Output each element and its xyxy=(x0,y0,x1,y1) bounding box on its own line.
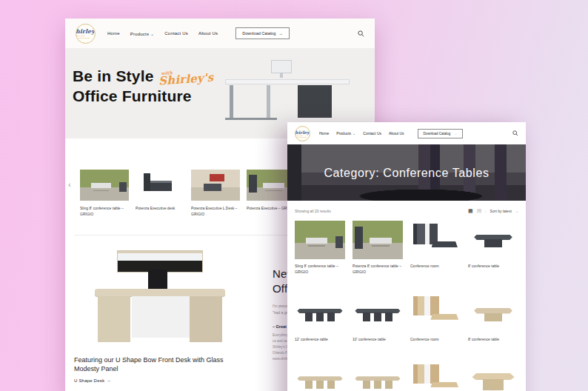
desk-monitor-stand xyxy=(280,73,283,78)
shirleys-logo[interactable]: Shirley's OFFICE FURNITURE xyxy=(295,126,310,141)
results-toolbar: Showing all 20 results ▦ ▤ | Sort by lat… xyxy=(287,201,526,219)
product-card[interactable]: 10' conference table xyxy=(353,294,403,343)
desk-top xyxy=(95,289,225,296)
product-image[interactable] xyxy=(295,362,345,391)
results-count: Showing all 20 results xyxy=(295,209,331,213)
carousel-prev-icon[interactable]: ‹ xyxy=(68,180,71,189)
product-image[interactable] xyxy=(468,221,518,259)
sort-dropdown[interactable]: Sort by latest xyxy=(490,209,512,213)
product-card[interactable]: 8' conference table xyxy=(468,221,518,275)
featured-product: Featuring our U Shape Bow Front Desk wit… xyxy=(74,250,249,383)
product-title[interactable]: 10' conference table xyxy=(353,337,403,343)
chevron-down-icon: ⌄ xyxy=(353,131,355,136)
product-title[interactable]: 8' conference table xyxy=(468,264,518,270)
product-image[interactable] xyxy=(353,221,403,259)
shirleys-logo[interactable]: Shirley's OFFICE FURNITURE xyxy=(76,24,96,44)
product-title[interactable]: Conference room xyxy=(410,264,461,270)
search-icon[interactable] xyxy=(512,130,518,136)
nav-products[interactable]: Products⌄ xyxy=(130,31,155,36)
featured-caption: Featuring our U Shape Bow Front Desk wit… xyxy=(74,355,243,373)
download-catalog-button[interactable]: Download Catalog → xyxy=(418,129,463,138)
category-page-screenshot: Shirley's OFFICE FURNITURE Home Products… xyxy=(287,122,526,391)
product-image[interactable] xyxy=(191,170,240,201)
logo-subtext: OFFICE FURNITURE xyxy=(295,135,310,138)
logo-text: Shirley's xyxy=(76,27,96,35)
product-card[interactable]: Potenza 8' conference table – GRIGIO xyxy=(353,221,403,275)
category-title: Category: Conference Tables xyxy=(287,167,526,180)
nav-contact-us[interactable]: Contact Us xyxy=(363,131,381,136)
desk-leg xyxy=(230,85,233,118)
view-sort-controls: ▦ ▤ | Sort by latest ⌄ xyxy=(468,208,518,213)
product-title[interactable]: Sling 8' conference table – GRIGIO xyxy=(80,206,129,217)
u-shape-desk-link[interactable]: U Shape Desk→ xyxy=(74,378,249,383)
product-title[interactable]: 8' conference table xyxy=(468,337,518,343)
carousel-item[interactable]: Potenza Executive L Desk – GRIGIO xyxy=(191,170,240,217)
product-image[interactable] xyxy=(468,294,518,332)
composite-background: Shirley's OFFICE FURNITURE Home Products… xyxy=(0,0,588,391)
desk-cabinet xyxy=(298,85,332,118)
category-header: Shirley's OFFICE FURNITURE Home Products… xyxy=(287,122,526,144)
product-image[interactable] xyxy=(80,170,129,201)
product-card[interactable]: Conference room xyxy=(410,221,461,275)
toolbar-divider: | xyxy=(485,209,486,213)
product-image[interactable] xyxy=(295,294,345,332)
product-image[interactable] xyxy=(468,362,518,391)
desk-monitor xyxy=(271,60,292,73)
product-title[interactable]: Conference room xyxy=(410,337,461,343)
logo-subtext: OFFICE FURNITURE xyxy=(76,35,95,39)
list-view-icon[interactable]: ▤ xyxy=(477,208,482,213)
product-image[interactable] xyxy=(353,362,403,391)
carousel-item[interactable]: Potenza Executive desk xyxy=(136,170,184,217)
carousel-item[interactable]: Sling 8' conference table – GRIGIO xyxy=(80,170,129,217)
logo-text: Shirley's xyxy=(295,130,310,135)
product-image[interactable] xyxy=(295,221,345,259)
nav-products[interactable]: Products⌄ xyxy=(336,131,355,136)
product-title[interactable]: Potenza 8' conference table – GRIGIO xyxy=(353,264,403,275)
product-card[interactable] xyxy=(410,362,461,391)
product-image[interactable] xyxy=(410,294,461,332)
homepage-header: Shirley's OFFICE FURNITURE Home Products… xyxy=(65,19,375,48)
nav-about-us[interactable]: About Us xyxy=(389,131,404,136)
desk-foot xyxy=(225,118,277,120)
desk-pedestal xyxy=(98,296,130,342)
product-image[interactable] xyxy=(353,294,403,332)
product-image[interactable] xyxy=(410,221,461,259)
product-image[interactable] xyxy=(136,170,184,201)
chevron-down-icon[interactable]: ⌄ xyxy=(515,209,518,213)
search-icon[interactable] xyxy=(358,30,364,37)
arrow-right-icon: → xyxy=(453,132,457,136)
product-image[interactable] xyxy=(410,362,461,391)
product-card[interactable] xyxy=(468,362,518,391)
desk-leg xyxy=(267,85,270,118)
chevron-down-icon: ⌄ xyxy=(150,32,154,36)
nav-home[interactable]: Home xyxy=(107,31,120,36)
arrow-right-icon: → xyxy=(278,31,283,36)
product-title[interactable]: Potenza Executive desk xyxy=(136,206,184,212)
product-card[interactable]: Conference room xyxy=(410,294,461,343)
main-nav: Home Products⌄ Contact Us About Us xyxy=(319,131,404,136)
product-title[interactable]: Potenza Executive L Desk – GRIGIO xyxy=(191,206,240,217)
download-catalog-button[interactable]: Download Catalog → xyxy=(235,27,289,39)
product-title[interactable]: Sling 8' conference table – GRIGIO xyxy=(295,264,345,275)
nav-about-us[interactable]: About Us xyxy=(198,31,218,36)
product-card[interactable] xyxy=(353,362,403,391)
product-grid: Sling 8' conference table – GRIGIO Poten… xyxy=(287,219,526,391)
arrow-right-icon: → xyxy=(107,378,111,383)
category-hero-banner: Category: Conference Tables xyxy=(287,144,526,201)
hero-script-accent: withShirley's xyxy=(158,67,213,87)
desk-pedestal xyxy=(190,296,222,342)
nav-home[interactable]: Home xyxy=(319,131,329,136)
desk-top xyxy=(225,79,350,84)
hero-desk-image xyxy=(225,60,350,124)
grid-view-icon[interactable]: ▦ xyxy=(468,208,473,213)
product-card[interactable] xyxy=(295,362,345,391)
product-title[interactable]: 12' conference table xyxy=(295,337,345,343)
hero-heading: Be in StylewithShirley's Office Furnitur… xyxy=(73,66,213,107)
nav-contact-us[interactable]: Contact Us xyxy=(164,31,188,36)
main-nav: Home Products⌄ Contact Us About Us xyxy=(107,31,218,36)
product-card[interactable]: 12' conference table xyxy=(295,294,345,343)
desk-modesty-panel xyxy=(132,296,190,338)
u-shape-desk-image xyxy=(95,250,225,348)
product-card[interactable]: Sling 8' conference table – GRIGIO xyxy=(295,221,345,275)
product-card[interactable]: 8' conference table xyxy=(468,294,518,343)
